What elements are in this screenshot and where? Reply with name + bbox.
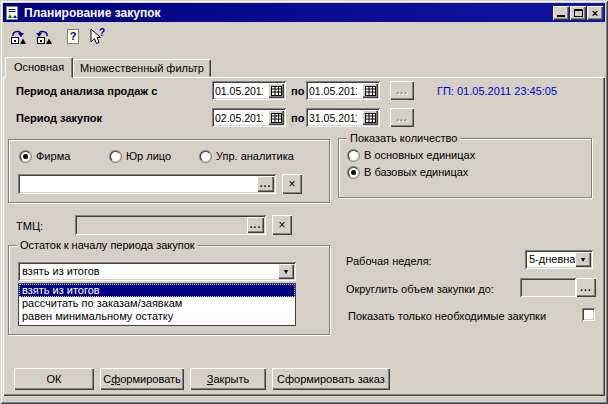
radio-mgmt-analytics-circle <box>200 151 211 162</box>
maximize-icon <box>574 9 583 17</box>
entity-clear-button[interactable]: × <box>282 174 302 194</box>
purchase-period-to-calendar-button[interactable] <box>362 110 378 125</box>
minimize-icon <box>557 15 565 17</box>
ellipsis-icon: ... <box>260 180 271 188</box>
work-week-combobox[interactable]: 5-дневная ▼ <box>525 250 593 269</box>
tmc-input[interactable] <box>75 215 240 235</box>
purchase-planning-dialog: Планирование закупок × ? ? <box>0 0 608 404</box>
calendar-icon <box>271 86 282 96</box>
balance-dropdown-list: взять из итогов рассчитать по заказам/за… <box>18 283 296 326</box>
sales-period-from-calendar-button[interactable] <box>268 83 284 98</box>
radio-firm-circle <box>20 151 31 162</box>
purchase-period-label: Период закупок <box>16 112 102 124</box>
dropdown-option-take-from-totals[interactable]: взять из итогов <box>19 284 295 297</box>
radio-legal-entity-circle <box>110 151 121 162</box>
calendar-icon <box>271 113 282 123</box>
entity-field: ... <box>18 174 276 194</box>
gp-timestamp: ГП: 01.05.2011 23:45:05 <box>437 85 557 97</box>
purchase-period-from-input[interactable] <box>212 108 266 127</box>
restore-values-button[interactable] <box>8 26 30 48</box>
work-week-value: 5-дневная <box>529 253 581 265</box>
tab-panel <box>3 77 605 396</box>
help-button[interactable]: ? <box>62 26 84 48</box>
quantity-group-title: Показать количество <box>347 132 460 144</box>
radio-firm[interactable]: Фирма <box>20 150 70 162</box>
sales-period-to-field <box>306 81 380 100</box>
sales-period-to-label: по <box>291 85 304 97</box>
tmc-label: ТМЦ: <box>16 220 43 232</box>
radio-basic-units-circle <box>348 167 359 178</box>
purchase-period-to-label: по <box>291 112 304 124</box>
purchase-period-from-field <box>212 108 286 127</box>
context-help-icon: ? <box>86 27 108 47</box>
radio-basic-units-label: В базовых единицах <box>364 166 468 178</box>
round-input[interactable] <box>520 278 576 297</box>
dropdown-option-equals-min-stock[interactable]: равен минимальному остатку <box>19 310 295 323</box>
maximize-button[interactable] <box>570 6 586 20</box>
calendar-icon <box>365 86 376 96</box>
radio-basic-units[interactable]: В базовых единицах <box>348 166 468 178</box>
balance-combo-value: взять из итогов <box>22 265 100 277</box>
close-button[interactable]: × <box>587 6 603 20</box>
minimize-button[interactable] <box>553 6 569 20</box>
dropdown-option-calc-by-orders[interactable]: рассчитать по заказам/заявкам <box>19 297 295 310</box>
round-field <box>520 278 576 297</box>
purchase-period-to-input[interactable] <box>306 108 360 127</box>
purchase-period-detail-button[interactable]: ... <box>390 108 414 127</box>
tmc-field: ... <box>75 215 266 235</box>
ok-button-label: ОК <box>47 373 62 385</box>
generate-button-label: Сформировать <box>103 373 181 385</box>
tab-multi-filter-label: Множественный фильтр <box>80 62 204 74</box>
svg-text:?: ? <box>70 30 77 42</box>
radio-mgmt-analytics[interactable]: Упр. аналитика <box>200 150 294 162</box>
balance-group-title: Остаток к началу периода закупок <box>17 239 198 251</box>
sales-period-to-calendar-button[interactable] <box>362 83 378 98</box>
chevron-down-icon: ▼ <box>580 256 587 263</box>
radio-legal-entity[interactable]: Юр лицо <box>110 150 171 162</box>
radio-firm-label: Фирма <box>36 150 70 162</box>
ok-button[interactable]: ОК <box>14 368 94 390</box>
close-dialog-button-label: Закрыть <box>207 373 249 385</box>
radio-base-units[interactable]: В основных единицах <box>348 149 475 161</box>
sales-period-detail-button[interactable]: ... <box>390 81 414 100</box>
tmc-select-button[interactable]: ... <box>247 217 264 233</box>
radio-main-units-label: В основных единицах <box>364 149 475 161</box>
sales-period-label: Период анализа продаж с <box>16 85 157 97</box>
context-help-button[interactable]: ? <box>86 26 108 48</box>
balance-combobox[interactable]: взять из итогов ▼ <box>18 262 296 281</box>
purchase-period-to-field <box>306 108 380 127</box>
balance-combo-dropdown-button[interactable]: ▼ <box>278 264 294 279</box>
round-select-button[interactable]: ... <box>576 278 596 297</box>
work-week-label: Рабочая неделя: <box>346 255 432 267</box>
generate-button[interactable]: Сформировать <box>100 368 184 390</box>
radio-legal-entity-label: Юр лицо <box>126 150 171 162</box>
window-title: Планирование закупок <box>24 6 552 20</box>
work-week-dropdown-button[interactable]: ▼ <box>575 252 591 267</box>
calendar-icon <box>365 113 376 123</box>
ellipsis-icon: ... <box>396 114 407 122</box>
tab-main-label: Основная <box>14 61 64 73</box>
sales-period-to-input[interactable] <box>306 81 360 100</box>
generate-order-button[interactable]: Сформировать заказ <box>272 368 390 390</box>
help-icon: ? <box>64 28 82 46</box>
close-dialog-button[interactable]: Закрыть <box>190 368 266 390</box>
save-values-button[interactable] <box>34 26 56 48</box>
only-required-label: Показать только необходимые закупки <box>348 310 546 322</box>
only-required-checkbox[interactable] <box>582 308 595 321</box>
ellipsis-icon: ... <box>250 221 261 229</box>
ellipsis-icon: ... <box>396 87 407 95</box>
title-bar[interactable]: Планирование закупок × <box>3 3 605 22</box>
entity-select-button[interactable]: ... <box>257 176 274 192</box>
sales-period-from-input[interactable] <box>212 81 266 100</box>
purchase-period-from-calendar-button[interactable] <box>268 110 284 125</box>
generate-order-button-label: Сформировать заказ <box>277 373 385 385</box>
clear-icon: × <box>288 177 295 191</box>
radio-mgmt-analytics-label: Упр. аналитика <box>216 150 294 162</box>
entity-input[interactable] <box>18 174 250 194</box>
app-icon <box>5 5 20 21</box>
tab-main[interactable]: Основная <box>5 57 73 78</box>
radio-main-units-circle <box>348 150 359 161</box>
tmc-clear-button[interactable]: × <box>272 215 292 235</box>
tab-multi-filter[interactable]: Множественный фильтр <box>73 59 211 77</box>
clear-icon: × <box>278 218 285 232</box>
